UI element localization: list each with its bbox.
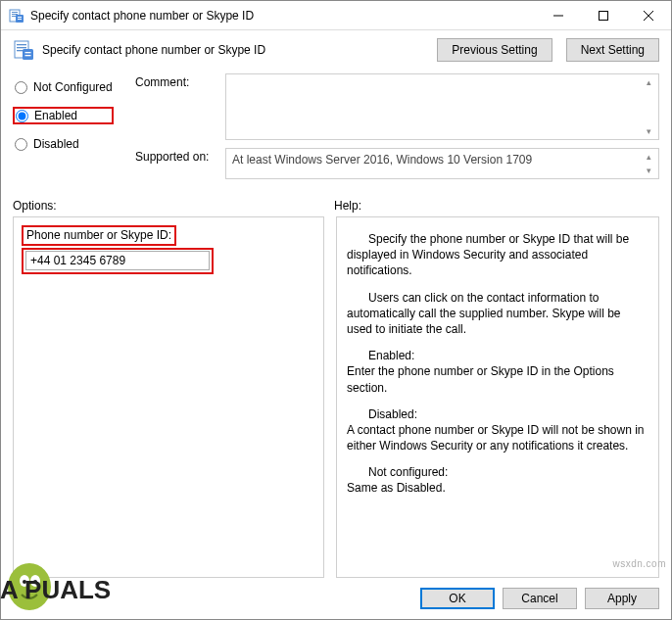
help-notconfig-head: Not configured: bbox=[347, 464, 648, 480]
svg-rect-6 bbox=[18, 19, 22, 20]
supported-on-value: At least Windows Server 2016, Windows 10… bbox=[232, 153, 532, 167]
radio-enabled[interactable]: Enabled bbox=[13, 107, 114, 124]
svg-rect-17 bbox=[25, 55, 31, 56]
svg-rect-2 bbox=[12, 14, 18, 15]
radio-not-configured-input[interactable] bbox=[15, 81, 27, 94]
help-paragraph-2: Users can click on the contact informati… bbox=[347, 290, 648, 338]
option-field-label-highlight: Phone number or Skype ID: bbox=[22, 225, 176, 246]
comment-row: Comment: ▴ ▾ bbox=[135, 73, 659, 140]
phone-or-skype-input[interactable] bbox=[25, 251, 210, 270]
svg-rect-16 bbox=[25, 52, 31, 53]
ok-button[interactable]: OK bbox=[420, 588, 495, 609]
minimize-button[interactable] bbox=[536, 1, 581, 29]
header-row: Specify contact phone number or Skype ID… bbox=[1, 30, 671, 66]
document-icon bbox=[13, 39, 34, 61]
config-area: Not Configured Enabled Disabled Comment:… bbox=[1, 66, 671, 193]
help-header: Help: bbox=[334, 199, 361, 213]
policy-icon bbox=[9, 8, 24, 24]
help-disabled-head: Disabled: bbox=[347, 406, 648, 422]
options-header: Options: bbox=[13, 199, 334, 213]
help-pane: Specify the phone number or Skype ID tha… bbox=[336, 216, 659, 578]
supported-row: Supported on: At least Windows Server 20… bbox=[135, 148, 659, 179]
comment-label: Comment: bbox=[135, 73, 225, 140]
radio-enabled-input[interactable] bbox=[16, 110, 28, 122]
comment-scroll-down-icon[interactable]: ▾ bbox=[639, 123, 658, 139]
radio-disabled-input[interactable] bbox=[15, 138, 27, 151]
apply-button[interactable]: Apply bbox=[585, 588, 659, 609]
previous-setting-button[interactable]: Previous Setting bbox=[437, 38, 552, 62]
help-enabled-body: Enter the phone number or Skype ID in th… bbox=[347, 363, 648, 395]
button-bar: OK Cancel Apply bbox=[1, 578, 671, 619]
radio-disabled-label: Disabled bbox=[33, 137, 79, 151]
next-setting-button[interactable]: Next Setting bbox=[566, 38, 659, 62]
svg-rect-5 bbox=[18, 17, 22, 18]
radio-disabled[interactable]: Disabled bbox=[13, 136, 125, 152]
supported-label: Supported on: bbox=[135, 148, 225, 179]
state-radio-group: Not Configured Enabled Disabled bbox=[13, 73, 125, 187]
dialog-window: Specify contact phone number or Skype ID bbox=[0, 0, 672, 620]
watermark-site: wsxdn.com bbox=[612, 558, 666, 569]
maximize-button[interactable] bbox=[581, 1, 626, 29]
window-title: Specify contact phone number or Skype ID bbox=[30, 9, 536, 23]
option-field-input-highlight bbox=[22, 248, 214, 274]
option-field-label: Phone number or Skype ID: bbox=[26, 228, 171, 242]
radio-not-configured-label: Not Configured bbox=[33, 80, 113, 94]
help-enabled-head: Enabled: bbox=[347, 348, 648, 363]
supported-on-box: At least Windows Server 2016, Windows 10… bbox=[225, 148, 659, 179]
comment-textarea[interactable]: ▴ ▾ bbox=[225, 73, 659, 140]
options-pane: Phone number or Skype ID: bbox=[13, 216, 324, 578]
titlebar: Specify contact phone number or Skype ID bbox=[1, 1, 671, 30]
panes: Phone number or Skype ID: Specify the ph… bbox=[13, 216, 659, 578]
radio-not-configured[interactable]: Not Configured bbox=[13, 79, 125, 95]
svg-rect-1 bbox=[12, 12, 18, 13]
help-notconfig-body: Same as Disabled. bbox=[347, 480, 648, 496]
close-button[interactable] bbox=[626, 1, 671, 29]
lower-area: Options: Help: Phone number or Skype ID:… bbox=[1, 193, 671, 578]
svg-rect-12 bbox=[17, 44, 26, 45]
dialog-subtitle: Specify contact phone number or Skype ID bbox=[42, 43, 423, 57]
help-paragraph-1: Specify the phone number or Skype ID tha… bbox=[347, 231, 648, 279]
radio-enabled-label: Enabled bbox=[34, 109, 77, 122]
cancel-button[interactable]: Cancel bbox=[503, 588, 577, 609]
svg-rect-15 bbox=[23, 49, 33, 60]
help-disabled-body: A contact phone number or Skype ID will … bbox=[347, 422, 648, 453]
supported-scroll-down-icon[interactable]: ▾ bbox=[639, 163, 658, 178]
window-controls bbox=[536, 1, 671, 29]
svg-rect-8 bbox=[600, 11, 608, 20]
svg-rect-13 bbox=[17, 47, 26, 48]
lower-headers: Options: Help: bbox=[13, 199, 659, 213]
field-column: Comment: ▴ ▾ Supported on: At least Wind… bbox=[135, 73, 659, 187]
comment-scroll-up-icon[interactable]: ▴ bbox=[639, 74, 658, 90]
